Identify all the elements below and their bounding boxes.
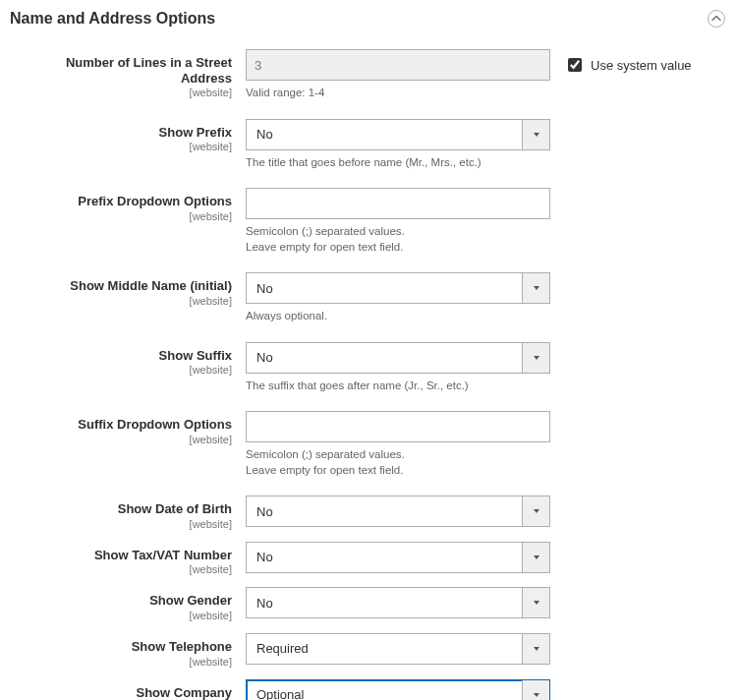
form-rows: Number of Lines in a Street Address [web…	[10, 49, 725, 700]
row-show-suffix: Show Suffix [website] No The suffix that…	[20, 342, 725, 394]
field-hint: Semicolon (;) separated values. Leave em…	[246, 224, 550, 255]
label-col: Number of Lines in a Street Address [web…	[20, 49, 246, 98]
select-arrow	[522, 543, 549, 572]
control-col: Semicolon (;) separated values. Leave em…	[246, 411, 550, 478]
field-hint: The suffix that goes after name (Jr., Sr…	[246, 379, 550, 394]
select-value: No	[247, 588, 522, 617]
row-suffix-options: Suffix Dropdown Options [website] Semico…	[20, 411, 725, 478]
label-col: Show Prefix [website]	[20, 119, 246, 153]
field-label: Suffix Dropdown Options	[20, 417, 232, 433]
row-show-company: Show Company [website] Optional	[20, 679, 725, 701]
suffix-options-input[interactable]	[246, 411, 550, 442]
row-show-telephone: Show Telephone [website] Required	[20, 633, 725, 668]
field-scope: [website]	[20, 87, 232, 98]
control-col: No	[246, 496, 550, 527]
field-scope: [website]	[20, 656, 232, 668]
select-value: No	[247, 496, 522, 526]
row-show-taxvat: Show Tax/VAT Number [website] No	[20, 542, 725, 576]
label-col: Suffix Dropdown Options [website]	[20, 411, 246, 445]
field-hint: The title that goes before name (Mr., Mr…	[246, 155, 550, 171]
control-col: No The title that goes before name (Mr.,…	[246, 119, 550, 171]
row-prefix-options: Prefix Dropdown Options [website] Semico…	[20, 188, 725, 255]
field-scope: [website]	[20, 434, 232, 445]
row-show-prefix: Show Prefix [website] No The title that …	[20, 119, 725, 171]
field-scope: [website]	[20, 364, 232, 376]
section-header: Name and Address Options	[10, 10, 725, 28]
field-label: Number of Lines in a Street Address	[20, 55, 232, 86]
label-col: Show Gender [website]	[20, 587, 246, 621]
use-system-label: Use system value	[591, 58, 692, 73]
control-col: No Always optional.	[246, 272, 550, 324]
select-arrow	[522, 680, 549, 701]
control-col: No	[246, 542, 550, 573]
caret-down-icon	[533, 691, 540, 699]
show-middle-select[interactable]: No	[246, 272, 550, 304]
select-value: No	[247, 273, 522, 303]
use-system-col: Use system value	[550, 49, 692, 75]
label-col: Prefix Dropdown Options [website]	[20, 188, 246, 222]
select-arrow	[522, 343, 549, 373]
collapse-toggle[interactable]	[708, 10, 725, 28]
caret-down-icon	[533, 645, 540, 653]
row-show-dob: Show Date of Birth [website] No	[20, 496, 725, 530]
field-hint: Semicolon (;) separated values. Leave em…	[246, 447, 550, 478]
field-label: Show Tax/VAT Number	[20, 548, 232, 563]
label-col: Show Telephone [website]	[20, 633, 246, 668]
name-address-options-section: Name and Address Options Number of Lines…	[0, 0, 737, 700]
field-scope: [website]	[20, 563, 232, 575]
field-label: Show Middle Name (initial)	[20, 278, 232, 294]
caret-down-icon	[533, 354, 540, 362]
field-label: Show Gender	[20, 593, 232, 609]
field-scope: [website]	[20, 295, 232, 307]
row-show-middle: Show Middle Name (initial) [website] No …	[20, 272, 725, 324]
show-dob-select[interactable]: No	[246, 496, 550, 527]
control-col: No	[246, 587, 550, 618]
row-show-gender: Show Gender [website] No	[20, 587, 725, 621]
select-arrow	[522, 120, 549, 149]
label-col: Show Tax/VAT Number [website]	[20, 542, 246, 576]
field-scope: [website]	[20, 610, 232, 621]
control-col: No The suffix that goes after name (Jr.,…	[246, 342, 550, 394]
control-col: Required	[246, 633, 550, 665]
select-value: Required	[247, 634, 522, 664]
control-col: Semicolon (;) separated values. Leave em…	[246, 188, 550, 255]
street-lines-input	[246, 49, 550, 81]
select-arrow	[522, 634, 549, 664]
row-street-lines: Number of Lines in a Street Address [web…	[20, 49, 725, 101]
caret-down-icon	[533, 554, 540, 561]
field-hint: Valid range: 1-4	[246, 86, 550, 101]
use-system-checkbox[interactable]	[568, 58, 582, 72]
select-value: No	[247, 543, 522, 572]
label-col: Show Company [website]	[20, 679, 246, 701]
show-prefix-select[interactable]: No	[246, 119, 550, 150]
section-title: Name and Address Options	[10, 10, 215, 28]
control-col: Optional	[246, 679, 550, 701]
show-taxvat-select[interactable]: No	[246, 542, 550, 573]
field-scope: [website]	[20, 210, 232, 222]
select-value: Optional	[247, 680, 522, 701]
select-arrow	[522, 273, 549, 303]
show-telephone-select[interactable]: Required	[246, 633, 550, 665]
field-hint: Always optional.	[246, 309, 550, 324]
field-label: Prefix Dropdown Options	[20, 194, 232, 209]
caret-down-icon	[533, 599, 540, 607]
prefix-options-input[interactable]	[246, 188, 550, 219]
field-label: Show Date of Birth	[20, 501, 232, 517]
field-scope: [website]	[20, 141, 232, 152]
caret-down-icon	[533, 284, 540, 292]
field-label: Show Suffix	[20, 348, 232, 364]
caret-down-icon	[533, 131, 540, 139]
field-scope: [website]	[20, 518, 232, 530]
select-arrow	[522, 496, 549, 526]
caret-down-icon	[533, 507, 540, 515]
label-col: Show Middle Name (initial) [website]	[20, 272, 246, 307]
control-col: Valid range: 1-4	[246, 49, 550, 101]
show-gender-select[interactable]: No	[246, 587, 550, 618]
select-arrow	[522, 588, 549, 617]
field-label: Show Company	[20, 685, 232, 701]
label-col: Show Suffix [website]	[20, 342, 246, 377]
show-suffix-select[interactable]: No	[246, 342, 550, 374]
field-label: Show Telephone	[20, 639, 232, 655]
show-company-select[interactable]: Optional	[246, 679, 550, 701]
select-value: No	[247, 343, 522, 373]
